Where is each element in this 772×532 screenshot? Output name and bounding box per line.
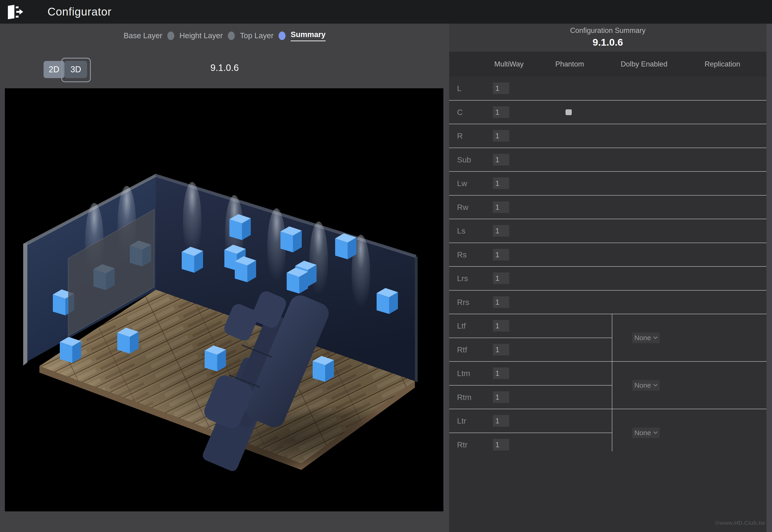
multiway-input[interactable]: 1	[493, 415, 509, 427]
replication-select-ltf-rtf[interactable]: None	[632, 332, 660, 343]
table-row-lrs: Lrs1	[449, 266, 766, 290]
panel-version: 9.1.0.6	[449, 37, 766, 48]
row-label: Ls	[457, 219, 465, 243]
speaker-cube[interactable]	[229, 214, 251, 240]
layer-radio-1[interactable]	[228, 32, 235, 40]
row-label: R	[457, 124, 463, 148]
panel-header: Configuration Summary 9.1.0.6	[449, 24, 766, 52]
row-label: C	[457, 100, 463, 124]
speaker-cube[interactable]	[117, 328, 139, 354]
multiway-input[interactable]: 1	[493, 177, 509, 189]
table-row-ltf: Ltf1	[449, 314, 766, 338]
column-header-multiway: MultiWay	[494, 52, 524, 76]
row-label: Ltm	[457, 361, 470, 385]
speaker-cube[interactable]	[287, 268, 308, 294]
speaker-cube[interactable]	[313, 356, 334, 382]
table-row-rs: Rs1	[449, 243, 766, 266]
speaker-table: L1C1R1Sub1Lw1Rw1Ls1Rs1Lrs1Rrs1Ltf1Rtf1Lt…	[449, 76, 766, 494]
layer-tab-top-layer[interactable]: Top Layer	[240, 31, 273, 40]
layer-radio-0[interactable]	[167, 32, 174, 40]
row-label: Rtm	[457, 385, 471, 409]
layer-tab-summary[interactable]: Summary	[291, 30, 325, 41]
table-row-c: C1	[449, 100, 766, 124]
multiway-input[interactable]: 1	[493, 106, 509, 118]
speaker-cube[interactable]	[280, 226, 302, 252]
table-column-headers: MultiWayPhantomDolby EnabledReplication	[449, 52, 766, 76]
panel-title: Configuration Summary	[449, 26, 766, 35]
layer-tab-base-layer[interactable]: Base Layer	[124, 31, 162, 40]
layer-radio-2[interactable]	[279, 32, 286, 40]
table-row-sub: Sub1	[449, 148, 766, 171]
room-3d-viewport[interactable]	[5, 88, 443, 511]
table-row-ltr: Ltr1	[449, 409, 766, 433]
layer-tab-height-layer[interactable]: Height Layer	[179, 31, 223, 40]
app-logo-icon	[7, 4, 23, 20]
phantom-checkbox[interactable]	[565, 109, 572, 115]
table-row-r: R1	[449, 124, 766, 148]
speaker-cube[interactable]	[205, 345, 226, 371]
row-label: Lw	[457, 171, 467, 195]
row-label: Ltf	[457, 314, 466, 338]
chevron-down-icon	[653, 336, 658, 339]
multiway-input[interactable]: 1	[493, 320, 509, 332]
multiway-input[interactable]: 1	[493, 439, 509, 450]
speaker-cube[interactable]	[335, 233, 356, 259]
top-bar: Configurator	[0, 0, 772, 24]
row-label: L	[457, 76, 461, 100]
multiway-input[interactable]: 1	[493, 296, 509, 308]
table-row-rtr: Rtr1	[449, 433, 766, 456]
table-row-rtm: Rtm1	[449, 385, 766, 409]
layer-nav: Base LayerHeight LayerTop LayerSummary	[0, 30, 449, 41]
configurator-workspace: Base LayerHeight LayerTop LayerSummary 9…	[0, 24, 449, 532]
row-label: Rtr	[457, 433, 467, 456]
pair-group-divider	[612, 314, 612, 451]
spotlight-glow	[309, 222, 328, 300]
multiway-input[interactable]: 1	[493, 249, 509, 260]
multiway-input[interactable]: 1	[493, 391, 509, 403]
multiway-input[interactable]: 1	[493, 154, 509, 165]
multiway-input[interactable]: 1	[493, 367, 509, 379]
column-header-phantom: Phantom	[555, 52, 584, 76]
row-label: Rtf	[457, 338, 467, 361]
table-row-rw: Rw1	[449, 195, 766, 219]
table-row-lw: Lw1	[449, 171, 766, 195]
multiway-input[interactable]: 1	[493, 344, 509, 355]
multiway-input[interactable]: 1	[493, 201, 509, 213]
chevron-down-icon	[653, 384, 658, 386]
table-row-rtf: Rtf1	[449, 338, 766, 361]
replication-select-value: None	[634, 334, 651, 342]
row-label: Ltr	[457, 409, 466, 433]
view-3d-button[interactable]: 3D	[64, 61, 87, 78]
row-label: Sub	[457, 148, 471, 171]
speaker-cube[interactable]	[377, 288, 398, 314]
table-row-l: L1	[449, 76, 766, 100]
multiway-input[interactable]: 1	[493, 272, 509, 284]
table-row-ltm: Ltm1	[449, 361, 766, 385]
replication-select-ltr-rtr[interactable]: None	[632, 427, 660, 438]
speaker-cube[interactable]	[235, 256, 256, 282]
replication-select-value: None	[634, 381, 651, 389]
column-header-dolby-enabled: Dolby Enabled	[621, 52, 667, 76]
table-row-ls: Ls1	[449, 219, 766, 243]
row-label: Lrs	[457, 266, 468, 290]
watermark: ©www.HD.Club.tw	[715, 520, 765, 526]
chevron-down-icon	[653, 431, 658, 434]
row-label: Rw	[457, 195, 468, 219]
row-label: Rs	[457, 243, 467, 266]
row-label: Rrs	[457, 290, 469, 314]
column-header-replication: Replication	[705, 52, 740, 76]
table-row-rrs: Rrs1	[449, 290, 766, 314]
multiway-input[interactable]: 1	[493, 82, 509, 94]
speaker-cube[interactable]	[182, 247, 203, 273]
replication-select-ltm-rtm[interactable]: None	[632, 380, 660, 391]
multiway-input[interactable]: 1	[493, 130, 509, 142]
configuration-summary-panel: Configuration Summary 9.1.0.6 MultiWayPh…	[449, 24, 766, 532]
page-title: Configurator	[48, 0, 111, 24]
speaker-cube[interactable]	[60, 337, 81, 363]
replication-select-value: None	[634, 429, 651, 437]
panel-scrollbar[interactable]	[766, 24, 772, 532]
multiway-input[interactable]: 1	[493, 225, 509, 237]
